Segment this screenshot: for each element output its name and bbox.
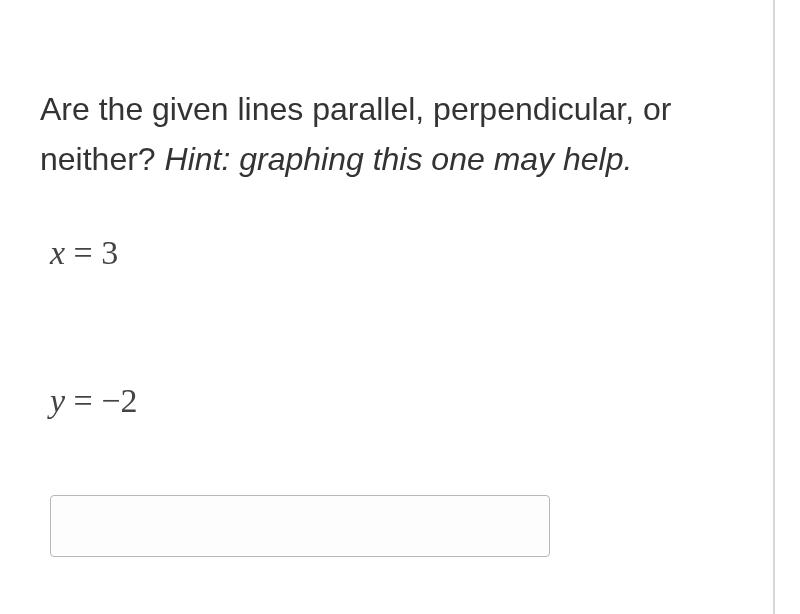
answer-input[interactable] bbox=[50, 495, 550, 557]
equation-2: y = −2 bbox=[50, 382, 733, 420]
eq1-value: 3 bbox=[101, 234, 118, 271]
eq1-equals: = bbox=[65, 234, 101, 271]
eq2-value: −2 bbox=[101, 382, 137, 419]
question-prompt: Are the given lines parallel, perpendicu… bbox=[40, 85, 733, 184]
eq1-variable: x bbox=[50, 234, 65, 271]
question-hint: Hint: graphing this one may help. bbox=[165, 141, 633, 177]
eq2-equals: = bbox=[65, 382, 101, 419]
equation-1: x = 3 bbox=[50, 234, 733, 272]
eq2-variable: y bbox=[50, 382, 65, 419]
question-container: Are the given lines parallel, perpendicu… bbox=[0, 0, 775, 614]
